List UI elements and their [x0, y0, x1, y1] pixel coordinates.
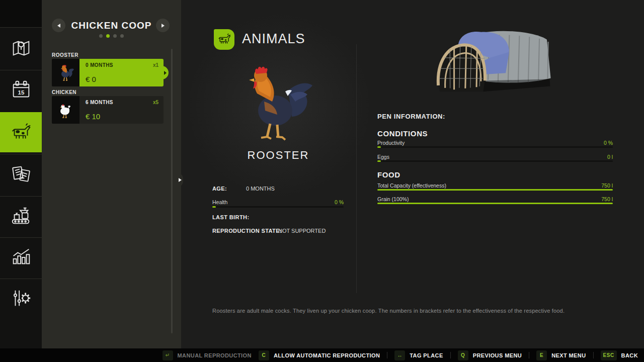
- map-icon: [10, 37, 33, 62]
- sidebar-item-production[interactable]: [0, 196, 42, 236]
- panel-divider: [356, 44, 357, 293]
- sidebar-item-calendar[interactable]: 15: [0, 70, 42, 112]
- conditions-title: CONDITIONS: [377, 129, 428, 138]
- total-capacity-value: 750 l: [562, 183, 613, 189]
- pen-information-title: PEN INFORMATION:: [377, 113, 445, 120]
- group-label-rooster: ROOSTER: [52, 52, 78, 58]
- page-dot: [99, 34, 103, 38]
- animal-list-panel: CHICKEN COOP ROOSTER: [42, 0, 181, 362]
- item-price: € 10: [86, 112, 100, 121]
- last-birth-label: LAST BIRTH:: [212, 214, 249, 220]
- health-bar: [212, 206, 344, 208]
- item-age: 6 MONTHS: [86, 100, 158, 105]
- health-bar-fill: [212, 206, 216, 208]
- page-title: CHICKEN COOP: [52, 20, 171, 31]
- sidebar-item-map[interactable]: [0, 28, 42, 70]
- productivity-value: 0 %: [562, 140, 613, 146]
- health-label: Health: [212, 199, 227, 205]
- reproduction-label: REPRODUCTION STATE:: [212, 228, 282, 234]
- sidebar-item-settings[interactable]: [0, 279, 42, 319]
- production-icon: [10, 204, 33, 229]
- item-age: 0 MONTHS: [86, 62, 158, 68]
- hint-previous-menu[interactable]: Q PREVIOUS MENU: [458, 350, 522, 360]
- calendar-icon: 15: [10, 78, 33, 104]
- cow-icon: [217, 31, 232, 48]
- hint-label: NEXT MENU: [551, 352, 586, 358]
- item-price: € 0: [86, 75, 96, 83]
- productivity-bar-fill: [377, 146, 381, 148]
- settings-sliders-icon: [10, 287, 33, 312]
- chevron-right-icon: [164, 71, 167, 75]
- item-count: x5: [153, 100, 158, 105]
- footer-separator: [529, 352, 529, 358]
- eggs-label: Eggs: [377, 154, 389, 160]
- enter-key-icon: ↵: [163, 350, 173, 360]
- footer-separator: [387, 352, 387, 358]
- svg-text:15: 15: [18, 89, 24, 96]
- age-label: AGE:: [212, 186, 227, 192]
- grain-bar: [377, 203, 613, 204]
- list-item-chicken[interactable]: 6 MONTHS x5 € 10: [52, 96, 164, 124]
- hint-label: TAG PLACE: [410, 352, 443, 358]
- age-value: 0 MONTHS: [246, 186, 275, 192]
- grain-label: Grain (100%): [377, 196, 409, 202]
- total-capacity-label: Total Capacity (effectiveness): [377, 183, 446, 189]
- group-label-chicken: CHICKEN: [52, 89, 76, 95]
- list-item-rooster[interactable]: 0 MONTHS x1 € 0: [52, 59, 164, 86]
- page-dot: [113, 34, 117, 38]
- esc-key-icon: ESC: [601, 350, 617, 360]
- sidebar-item-animals[interactable]: [0, 112, 42, 152]
- hint-back[interactable]: ESC BACK: [601, 350, 638, 360]
- sidebar-item-statistics[interactable]: [0, 237, 42, 278]
- page-dots: [42, 34, 181, 38]
- rail-top-spacer: [0, 0, 42, 28]
- chicken-coop-image: [427, 26, 568, 107]
- animal-description: Roosters are adult male cocks. They live…: [212, 308, 565, 314]
- hint-label: PREVIOUS MENU: [473, 352, 522, 358]
- eggs-bar-fill: [377, 160, 381, 162]
- list-scrollbar[interactable]: [171, 49, 173, 333]
- main-content: ANIMALS: [181, 0, 644, 348]
- list-item-body: 6 MONTHS x5 € 10: [79, 96, 164, 124]
- health-value: 0 %: [293, 199, 344, 205]
- e-key-icon: E: [536, 350, 547, 360]
- hint-next-menu[interactable]: E NEXT MENU: [536, 350, 586, 360]
- reproduction-value: NOT SUPPORTED: [278, 228, 326, 234]
- productivity-bar: [377, 146, 613, 148]
- footer-separator: [593, 352, 594, 358]
- hint-label: BACK: [621, 352, 638, 358]
- section-title: ANIMALS: [242, 31, 305, 47]
- q-key-icon: Q: [458, 350, 468, 360]
- eggs-bar: [377, 160, 613, 162]
- page-dot-active: [106, 34, 110, 38]
- animals-menu-screen: 15: [0, 0, 644, 362]
- sidebar-item-finances[interactable]: [0, 154, 42, 195]
- chicken-thumbnail-icon: [52, 96, 79, 124]
- item-count: x1: [153, 62, 158, 68]
- hint-allow-automatic-reproduction[interactable]: C ALLOW AUTOMATIC REPRODUCTION: [259, 350, 380, 360]
- sidebar-rail: 15: [0, 0, 42, 362]
- grain-value: 750 l: [562, 196, 613, 202]
- page-dot: [120, 34, 124, 38]
- list-item-body: 0 MONTHS x1 € 0: [79, 59, 164, 86]
- chevron-right-icon: [179, 178, 182, 182]
- hint-tag-place[interactable]: ↔ TAG PLACE: [394, 350, 443, 360]
- total-capacity-bar-fill: [377, 189, 613, 191]
- grain-bar-fill: [377, 203, 613, 204]
- total-capacity-bar: [377, 189, 613, 191]
- eggs-value: 0 l: [562, 154, 613, 160]
- selected-item-notch: [162, 66, 169, 79]
- cow-icon: [10, 120, 33, 145]
- footer-hint-bar: ↵ MANUAL REPRODUCTION C ALLOW AUTOMATIC …: [0, 348, 644, 362]
- hint-label: ALLOW AUTOMATIC REPRODUCTION: [274, 352, 380, 358]
- c-key-icon: C: [259, 350, 269, 360]
- documents-icon: [10, 162, 33, 188]
- rooster-image: [229, 59, 330, 146]
- hint-label: MANUAL REPRODUCTION: [178, 352, 252, 358]
- animals-badge: [214, 29, 234, 50]
- hint-manual-reproduction[interactable]: ↵ MANUAL REPRODUCTION: [163, 350, 252, 360]
- productivity-label: Productivity: [377, 140, 405, 146]
- rooster-thumbnail-icon: [52, 59, 79, 86]
- statistics-icon: [10, 245, 33, 270]
- tab-key-icon: ↔: [394, 350, 405, 360]
